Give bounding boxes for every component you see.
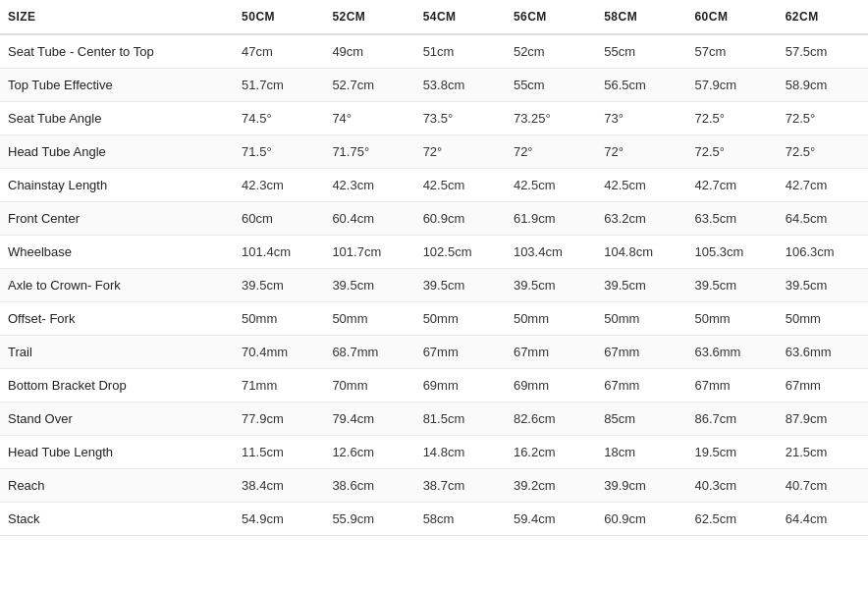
table-row: Seat Tube - Center to Top47cm49cm51cm52c…	[0, 34, 868, 69]
cell-value: 69mm	[415, 369, 506, 402]
column-header: 60CM	[686, 0, 777, 34]
cell-value: 72°	[506, 135, 596, 169]
geometry-table: SIZE50CM52CM54CM56CM58CM60CM62CM Seat Tu…	[0, 0, 868, 536]
cell-value: 57.9cm	[686, 69, 777, 102]
cell-value: 59.4cm	[506, 503, 596, 536]
column-header: 56CM	[506, 0, 596, 34]
cell-value: 70mm	[324, 369, 414, 402]
table-row: Axle to Crown- Fork39.5cm39.5cm39.5cm39.…	[0, 269, 868, 302]
table-row: Wheelbase101.4cm101.7cm102.5cm103.4cm104…	[0, 236, 868, 269]
cell-value: 50mm	[596, 302, 686, 336]
row-label: Axle to Crown- Fork	[0, 269, 234, 302]
cell-value: 39.5cm	[778, 269, 868, 302]
cell-value: 39.5cm	[686, 269, 777, 302]
cell-value: 67mm	[778, 369, 868, 402]
cell-value: 67mm	[596, 369, 686, 402]
cell-value: 47cm	[234, 34, 324, 69]
column-header: 50CM	[234, 0, 324, 34]
table-row: Head Tube Angle71.5°71.75°72°72°72°72.5°…	[0, 135, 868, 169]
cell-value: 50mm	[686, 302, 777, 336]
cell-value: 39.5cm	[324, 269, 414, 302]
cell-value: 49cm	[324, 34, 414, 69]
cell-value: 58cm	[415, 503, 506, 536]
cell-value: 52.7cm	[324, 69, 414, 102]
cell-value: 72.5°	[778, 135, 868, 169]
table-row: Trail70.4mm68.7mm67mm67mm67mm63.6mm63.6m…	[0, 336, 868, 369]
row-label: Wheelbase	[0, 236, 234, 269]
column-header: SIZE	[0, 0, 234, 34]
table-row: Stand Over77.9cm79.4cm81.5cm82.6cm85cm86…	[0, 402, 868, 436]
cell-value: 50mm	[415, 302, 506, 336]
cell-value: 82.6cm	[506, 402, 596, 436]
cell-value: 16.2cm	[506, 436, 596, 469]
row-label: Front Center	[0, 202, 234, 236]
cell-value: 69mm	[506, 369, 596, 402]
cell-value: 106.3cm	[778, 236, 868, 269]
cell-value: 63.6mm	[778, 336, 868, 369]
table-row: Seat Tube Angle74.5°74°73.5°73.25°73°72.…	[0, 102, 868, 135]
table-row: Reach38.4cm38.6cm38.7cm39.2cm39.9cm40.3c…	[0, 469, 868, 503]
cell-value: 39.2cm	[506, 469, 596, 503]
column-header: 52CM	[324, 0, 414, 34]
cell-value: 74.5°	[234, 102, 324, 135]
cell-value: 72.5°	[686, 102, 777, 135]
table-row: Chainstay Length42.3cm42.3cm42.5cm42.5cm…	[0, 169, 868, 202]
cell-value: 73.25°	[506, 102, 596, 135]
cell-value: 71.75°	[324, 135, 414, 169]
cell-value: 55cm	[506, 69, 596, 102]
cell-value: 38.4cm	[234, 469, 324, 503]
cell-value: 19.5cm	[686, 436, 777, 469]
cell-value: 39.5cm	[234, 269, 324, 302]
cell-value: 77.9cm	[234, 402, 324, 436]
cell-value: 67mm	[415, 336, 506, 369]
row-label: Seat Tube Angle	[0, 102, 234, 135]
cell-value: 14.8cm	[415, 436, 506, 469]
cell-value: 42.5cm	[415, 169, 506, 202]
cell-value: 67mm	[596, 336, 686, 369]
cell-value: 71.5°	[234, 135, 324, 169]
cell-value: 101.4cm	[234, 236, 324, 269]
cell-value: 74°	[324, 102, 414, 135]
cell-value: 70.4mm	[234, 336, 324, 369]
cell-value: 57cm	[686, 34, 777, 69]
cell-value: 102.5cm	[415, 236, 506, 269]
cell-value: 68.7mm	[324, 336, 414, 369]
cell-value: 42.5cm	[596, 169, 686, 202]
cell-value: 71mm	[234, 369, 324, 402]
cell-value: 50mm	[506, 302, 596, 336]
row-label: Head Tube Angle	[0, 135, 234, 169]
cell-value: 72°	[596, 135, 686, 169]
cell-value: 104.8cm	[596, 236, 686, 269]
table-row: Stack54.9cm55.9cm58cm59.4cm60.9cm62.5cm6…	[0, 503, 868, 536]
column-header: 54CM	[415, 0, 506, 34]
row-label: Trail	[0, 336, 234, 369]
cell-value: 42.5cm	[506, 169, 596, 202]
table-row: Offset- Fork50mm50mm50mm50mm50mm50mm50mm	[0, 302, 868, 336]
cell-value: 57.5cm	[778, 34, 868, 69]
cell-value: 101.7cm	[324, 236, 414, 269]
cell-value: 64.5cm	[778, 202, 868, 236]
cell-value: 56.5cm	[596, 69, 686, 102]
row-label: Head Tube Length	[0, 436, 234, 469]
cell-value: 54.9cm	[234, 503, 324, 536]
cell-value: 55.9cm	[324, 503, 414, 536]
cell-value: 64.4cm	[778, 503, 868, 536]
cell-value: 61.9cm	[506, 202, 596, 236]
cell-value: 72.5°	[778, 102, 868, 135]
cell-value: 50mm	[324, 302, 414, 336]
row-label: Stand Over	[0, 402, 234, 436]
table-row: Front Center60cm60.4cm60.9cm61.9cm63.2cm…	[0, 202, 868, 236]
cell-value: 67mm	[686, 369, 777, 402]
row-label: Seat Tube - Center to Top	[0, 34, 234, 69]
cell-value: 11.5cm	[234, 436, 324, 469]
cell-value: 73°	[596, 102, 686, 135]
cell-value: 81.5cm	[415, 402, 506, 436]
cell-value: 60cm	[234, 202, 324, 236]
row-label: Reach	[0, 469, 234, 503]
cell-value: 79.4cm	[324, 402, 414, 436]
cell-value: 67mm	[506, 336, 596, 369]
row-label: Chainstay Length	[0, 169, 234, 202]
cell-value: 52cm	[506, 34, 596, 69]
cell-value: 42.7cm	[686, 169, 777, 202]
cell-value: 50mm	[778, 302, 868, 336]
